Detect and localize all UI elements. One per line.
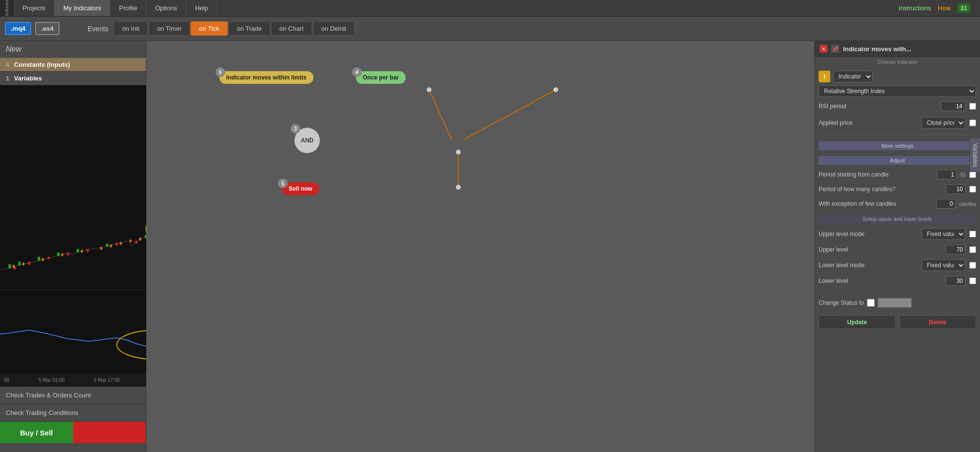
panel-title: Indicator moves with... [843, 45, 911, 53]
panel-pin-button[interactable]: 📌 [831, 45, 839, 53]
rsi-period-input[interactable] [941, 101, 965, 111]
lower-mode-row: Lower level mode Fixed value [819, 258, 976, 272]
events-bar: Events on Init on Timer on Tick on Trade… [83, 21, 355, 36]
instructions-link[interactable]: Instructions [899, 4, 931, 12]
tab-on-init[interactable]: on Init [114, 21, 147, 36]
rsi-period-checkbox[interactable] [969, 103, 976, 110]
tab-on-deinit[interactable]: on Deinit [313, 21, 354, 36]
how-link[interactable]: How [938, 4, 951, 12]
buy-button[interactable]: Buy / Sell [0, 422, 73, 443]
adjust-header[interactable]: Adjust [819, 156, 976, 165]
rsi-period-label: RSI period [819, 103, 846, 110]
indicator-type-dropdown[interactable]: Indicator [833, 71, 873, 82]
ex4-button[interactable]: .ex4 [35, 22, 59, 35]
change-status-color-box[interactable] [878, 298, 912, 308]
toolbar-row: .mq4 .ex4 Events on Init on Timer on Tic… [0, 17, 980, 41]
svg-point-72 [427, 87, 431, 92]
node-once-per-bar-label: Once per bar [363, 74, 399, 81]
period-starting-input[interactable] [937, 170, 957, 179]
upper-mode-row: Upper level mode Fixed value [819, 227, 976, 241]
setup-levels-header: Setup upper and lower levels [819, 215, 976, 223]
upper-mode-checkbox[interactable] [969, 231, 976, 237]
id-label: ID [960, 172, 965, 177]
node-once-per-bar[interactable]: 4 Once per bar [356, 71, 406, 84]
divider-2 [819, 291, 976, 292]
right-panel-header: ✕ 📌 Indicator moves with... [815, 41, 980, 57]
change-status-checkbox[interactable] [867, 299, 875, 307]
svg-rect-2 [19, 262, 20, 265]
time-label-0: 00 [4, 377, 9, 383]
more-settings-header[interactable]: More settings [819, 141, 976, 150]
node-indicator-limits[interactable]: 6 Indicator moves within limits [219, 71, 314, 84]
lower-level-input[interactable] [946, 276, 965, 286]
menu-item-help[interactable]: Help [186, 0, 217, 16]
node-and-number: 3 [291, 124, 300, 134]
svg-line-70 [464, 90, 556, 139]
sidebar-constants[interactable]: 4 Constants (Inputs) [0, 58, 146, 72]
check-trading-item[interactable]: Check Trading Conditions [0, 404, 146, 422]
indicator-type-row: f Indicator [819, 71, 976, 82]
right-panel: ✕ 📌 Indicator moves with... Choose Indic… [814, 41, 980, 452]
rsi-period-row: RSI period [819, 100, 976, 113]
node-sell-now[interactable]: 5 Sell now [282, 182, 319, 195]
flow-connections-svg [146, 41, 814, 452]
applied-price-checkbox[interactable] [969, 119, 976, 126]
node-sell-now-number: 5 [278, 178, 288, 188]
panel-body: f Indicator Relative Strength Index RSI … [815, 67, 980, 452]
rsi-name-dropdown[interactable]: Relative Strength Index [819, 85, 976, 97]
svg-rect-1 [9, 264, 11, 268]
variables-side-tab[interactable]: Variables [969, 138, 980, 172]
tab-on-chart[interactable]: on Chart [271, 21, 312, 36]
sell-button[interactable] [73, 422, 146, 443]
upper-level-row: Upper level [819, 244, 976, 255]
menu-item-projects[interactable]: Projects [14, 0, 55, 16]
time-label-2: 5 Mar 17:00 [94, 377, 120, 383]
upper-mode-dropdown[interactable]: Fixed value [921, 228, 965, 240]
indicator-icon: f [819, 71, 830, 82]
delete-button[interactable]: Delete [900, 315, 977, 329]
constants-number: 4 [6, 61, 9, 68]
menu-item-options[interactable]: Options [146, 0, 186, 16]
upper-level-checkbox[interactable] [969, 246, 976, 253]
check-trades-item[interactable]: Check Trades & Orders Count [0, 387, 146, 404]
svg-rect-3 [38, 257, 40, 260]
period-candles-input[interactable] [946, 184, 965, 194]
exception-input[interactable] [936, 199, 956, 209]
mq4-button[interactable]: .mq4 [5, 22, 31, 35]
applied-price-row: Applied price Close price [819, 116, 976, 130]
svg-rect-19 [116, 243, 118, 245]
upper-level-input[interactable] [946, 245, 965, 255]
update-button[interactable]: Update [819, 315, 896, 329]
svg-point-74 [456, 150, 461, 155]
lower-level-label: Lower level [819, 277, 848, 284]
time-label-1: 5 Mar 01:00 [39, 377, 64, 383]
new-label: New [0, 41, 146, 58]
lower-level-checkbox[interactable] [969, 277, 976, 284]
lower-level-row: Lower level [819, 275, 976, 287]
variables-number: 1 [6, 75, 9, 82]
sidebar-variables[interactable]: 1 Variables [0, 72, 146, 85]
constants-label: Constants (Inputs) [14, 61, 70, 68]
applied-price-dropdown[interactable]: Close price [921, 117, 965, 129]
period-candles-checkbox[interactable] [969, 186, 976, 193]
panel-close-button[interactable]: ✕ [820, 45, 827, 53]
period-starting-checkbox[interactable] [969, 171, 976, 178]
lower-mode-dropdown[interactable]: Fixed value [921, 259, 965, 271]
exception-label: With exception of few candles [819, 200, 896, 207]
change-status-row: Change Status to [819, 296, 976, 310]
node-and[interactable]: 3 AND [294, 128, 320, 153]
tab-on-trade[interactable]: on Trade [229, 21, 270, 36]
top-menu-bar: fxdream Projects My Indicators Profile O… [0, 0, 980, 17]
svg-line-69 [429, 90, 451, 139]
lower-mode-checkbox[interactable] [969, 262, 976, 269]
main-area: New 4 Constants (Inputs) 1 Variables [0, 41, 980, 452]
node-indicator-limits-label: Indicator moves within limits [226, 74, 307, 81]
upper-level-label: Upper level [819, 246, 848, 253]
menu-item-my-indicators[interactable]: My Indicators [55, 0, 110, 16]
exception-row: With exception of few candles candles [819, 198, 976, 210]
menu-item-profile[interactable]: Profile [110, 0, 146, 16]
top-right-links: Instructions How 31 [899, 3, 970, 13]
tab-on-tick[interactable]: on Tick [191, 21, 227, 36]
node-sell-now-label: Sell now [289, 185, 313, 192]
tab-on-timer[interactable]: on Timer [149, 21, 190, 36]
